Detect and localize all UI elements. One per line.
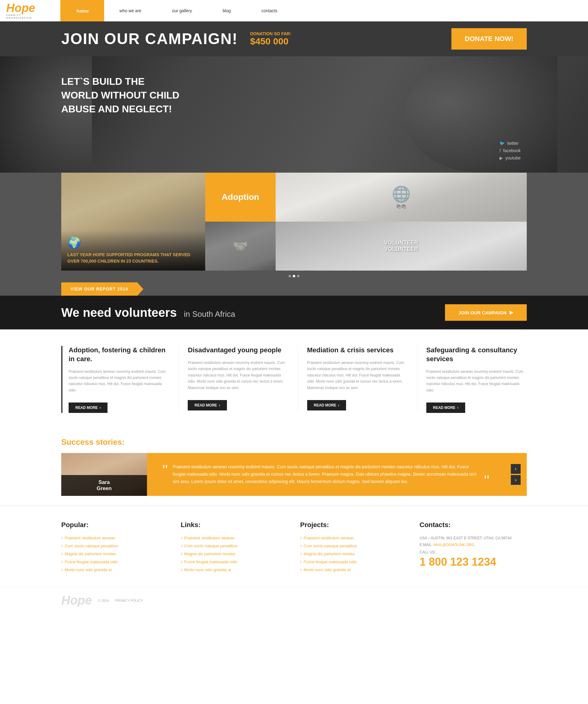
contact-phone: 1 800 123 1234 xyxy=(420,555,527,569)
twitter-icon: 🐦 xyxy=(499,141,505,146)
popular-col: Popular: ›Praesent vestibulum aenean ›Cu… xyxy=(61,521,181,575)
read-more-1[interactable]: READ MORE › xyxy=(69,403,107,413)
slider-dots xyxy=(61,271,527,277)
main-photo: 🌍 LAST YEAR HOPE SUPPORTED PROGRAMS THAT… xyxy=(61,173,205,271)
nav-item-gallery[interactable]: our gallery xyxy=(157,0,207,21)
projects-item-4[interactable]: ›Fusce feugiat malesuada odio xyxy=(300,559,407,565)
contact-email-link[interactable]: MAIL@DEMOLINK.ORG xyxy=(434,543,475,547)
links-title: Links: xyxy=(181,521,288,529)
nav-item-contacts[interactable]: contacts xyxy=(246,0,292,21)
donate-now-button[interactable]: DONATE NOW! xyxy=(451,28,527,50)
adoption-label: Adoption xyxy=(222,192,259,202)
read-more-2[interactable]: READ MORE › xyxy=(188,400,227,410)
navigation: Hope CHARITY ORGANIZATION home who we ar… xyxy=(0,0,588,21)
links-item-2[interactable]: ›Cum sociis natoque penatibus xyxy=(181,543,288,548)
service-col-3: Mediation & crisis services Praesent ves… xyxy=(298,346,417,413)
testimonial-quote: " Praesent vestibulum aenean noummy endr… xyxy=(147,453,505,496)
popular-item-1[interactable]: ›Praesent vestibulum aenean xyxy=(61,535,168,540)
volunteers-photo: VOLUNTEER VOLUNTEER xyxy=(276,222,527,271)
privacy-policy-link[interactable]: PRIVACY POLICY xyxy=(115,599,143,602)
service-col-2: Disadvantaged young people Praesent vest… xyxy=(178,346,298,413)
dot-1[interactable] xyxy=(288,275,291,277)
facebook-link[interactable]: f facebook xyxy=(499,148,521,153)
globe-photo: 🌐 📚📚 xyxy=(276,173,527,222)
links-item-3[interactable]: ›Magnis dis parturient montes xyxy=(181,551,288,556)
contacts-title: Contacts: xyxy=(420,521,527,529)
logo-sub2: ORGANIZATION xyxy=(6,16,35,19)
service-col-1: Adoption, fostering & children in care. … xyxy=(61,346,178,413)
links-item-1[interactable]: ›Praesent vestibulum aenean xyxy=(181,535,288,540)
footer-columns: Popular: ›Praesent vestibulum aenean ›Cu… xyxy=(0,505,588,587)
popular-item-2[interactable]: ›Cum sociis natoque penatibus xyxy=(61,543,168,548)
projects-item-1[interactable]: ›Praesent vestibulum aenean xyxy=(300,535,407,540)
donation-amount: $450 000 xyxy=(250,36,291,47)
popular-item-3[interactable]: ›Magnis dis parturient montes xyxy=(61,551,168,556)
hands-photo: 🤝 xyxy=(205,222,276,271)
join-campaign-button[interactable]: JOIN OUR CAMPAIGN ▶ xyxy=(445,304,527,321)
contacts-col: Contacts: USA – AUSTIN, 901 EAST E STREE… xyxy=(420,521,527,575)
contact-email-row: E.MAIL: MAIL@DEMOLINK.ORG xyxy=(420,543,527,547)
open-quote-icon: " xyxy=(162,466,168,475)
projects-item-2[interactable]: ›Cum sociis natoque penatibus xyxy=(300,543,407,548)
success-title: Success stories: xyxy=(61,437,527,447)
logo-sub1: CHARITY xyxy=(6,14,35,16)
twitter-link[interactable]: 🐦 twitter xyxy=(499,141,521,146)
service-title-3: Mediation & crisis services xyxy=(307,346,408,355)
nav-items: who we are our gallery blog contacts xyxy=(104,0,588,21)
youtube-link[interactable]: ▶ youtube xyxy=(499,156,521,160)
youtube-icon: ▶ xyxy=(499,156,503,160)
services-section: Adoption, fostering & children in care. … xyxy=(0,329,588,428)
right-grid: Adoption 🌐 📚📚 🤝 VOLUNTEER xyxy=(205,173,527,271)
adoption-tile[interactable]: Adoption xyxy=(205,173,276,222)
arrow-icon-2: › xyxy=(219,403,220,407)
popular-item-5[interactable]: ›Morbi nunc odio gravida at xyxy=(61,567,168,572)
popular-title: Popular: xyxy=(61,521,168,529)
nav-home[interactable]: home xyxy=(61,0,104,21)
projects-col: Projects: ›Praesent vestibulum aenean ›C… xyxy=(300,521,420,575)
projects-title: Projects: xyxy=(300,521,407,529)
arrow-icon-3: › xyxy=(338,403,339,407)
arrow-right-icon: ▶ xyxy=(510,310,513,315)
testimonial: Sara Green " Praesent vestibulum aenean … xyxy=(61,453,527,496)
dot-2[interactable] xyxy=(293,275,295,277)
read-more-3[interactable]: READ MORE › xyxy=(307,400,346,410)
donation-info: DONATION SO FAR: $450 000 xyxy=(250,31,291,47)
social-links: 🐦 twitter f facebook ▶ youtube xyxy=(499,141,521,160)
nav-item-blog[interactable]: blog xyxy=(207,0,246,21)
links-item-4[interactable]: ›Fusce feugiat malesuada odio xyxy=(181,559,288,565)
popular-item-4[interactable]: ›Fusce feugiat malesuada odio xyxy=(61,559,168,565)
service-title-4: Safeguarding & consultancy services xyxy=(426,346,527,363)
logo[interactable]: Hope CHARITY ORGANIZATION xyxy=(0,0,61,21)
stat-text: LAST YEAR HOPE SUPPORTED PROGRAMS THAT S… xyxy=(67,252,199,265)
nav-item-who-we-are[interactable]: who we are xyxy=(104,0,157,21)
next-arrow[interactable]: › xyxy=(511,475,521,485)
volunteers-bar: We need volunteers in South Africa JOIN … xyxy=(0,296,588,329)
grid-section: 🌍 LAST YEAR HOPE SUPPORTED PROGRAMS THAT… xyxy=(0,173,588,296)
view-report-button[interactable]: VIEW OUR REPORT 2014 xyxy=(61,282,143,296)
campaign-bar: JOIN OUR CAMPAIGN! DONATION SO FAR: $450… xyxy=(0,21,588,56)
volunteers-text: We need volunteers in South Africa xyxy=(61,306,235,319)
bottom-footer: Hope © 2014 PRIVACY POLICY xyxy=(0,587,588,613)
links-item-5[interactable]: ›Morbi nunc odio gravida at xyxy=(181,567,288,572)
service-text-3: Praesent vestibulum aenean noummy endrer… xyxy=(307,360,408,391)
service-text-4: Praesent vestibulum aenean noummy endrer… xyxy=(426,368,527,394)
links-col: Links: ›Praesent vestibulum aenean ›Cum … xyxy=(181,521,300,575)
hero-section: LET`S BUILD THE WORLD WITHOUT CHILD ABUS… xyxy=(0,56,588,173)
service-col-4: Safeguarding & consultancy services Prae… xyxy=(417,346,527,413)
prev-arrow[interactable]: ‹ xyxy=(511,464,521,474)
logo-text: Hope xyxy=(6,2,35,14)
close-quote-icon: " xyxy=(484,476,489,485)
success-section: Success stories: xyxy=(0,428,588,447)
service-text-1: Praesent vestibulum aenean noummy endrer… xyxy=(69,368,169,394)
projects-item-3[interactable]: ›Magnis dis parturient montes xyxy=(300,551,407,556)
contact-address: USA – AUSTIN, 901 EAST E STREET, UTAH, C… xyxy=(420,535,527,541)
hero-tagline: LET`S BUILD THE WORLD WITHOUT CHILD ABUS… xyxy=(0,56,588,125)
projects-item-5[interactable]: ›Morbi nunc odio gravida at xyxy=(300,567,407,572)
contact-call-label: CALL US: xyxy=(420,550,527,554)
dot-3[interactable] xyxy=(297,275,300,277)
read-more-4[interactable]: READ MORE › xyxy=(426,403,465,413)
africa-icon: 🌍 xyxy=(67,236,199,249)
testimonial-person: Sara Green xyxy=(61,453,147,496)
campaign-title: JOIN OUR CAMPAIGN! xyxy=(61,30,238,48)
quote-text: Praesent vestibulum aenean noummy endrer… xyxy=(173,463,479,485)
